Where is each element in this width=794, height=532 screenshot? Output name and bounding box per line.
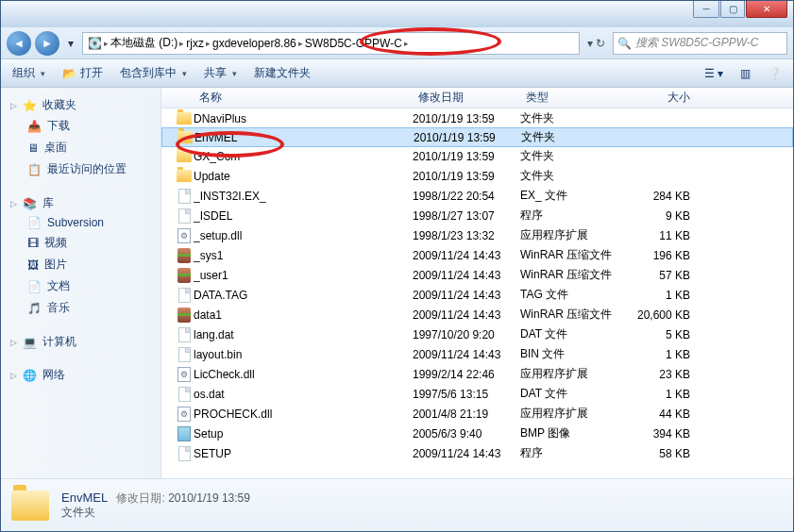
folder-icon xyxy=(175,112,194,125)
sidebar-item-videos[interactable]: 🎞视频 xyxy=(1,232,160,254)
libraries-header[interactable]: ▷📚库 xyxy=(1,193,160,213)
sidebar-item-pictures[interactable]: 🖼图片 xyxy=(1,254,160,275)
address-bar[interactable]: 💽 ▸ 本地磁盘 (D:)▸ rjxz▸ gxdeveloper8.86▸ SW… xyxy=(82,32,580,55)
breadcrumb-seg2[interactable]: gxdeveloper8.86 xyxy=(212,37,296,50)
file-list-pane: 名称 修改日期 类型 大小 DNaviPlus 2010/1/19 13:59 … xyxy=(161,88,793,478)
file-row[interactable]: GX_Com 2010/1/19 13:59 文件夹 xyxy=(161,146,793,166)
file-size: 9 KB xyxy=(634,209,709,223)
view-button[interactable]: ☰ ▾ xyxy=(701,65,727,82)
col-date[interactable]: 修改日期 xyxy=(413,90,520,106)
svn-icon: 📄 xyxy=(27,216,42,229)
help-button[interactable]: ❔ xyxy=(764,65,786,82)
back-button[interactable]: ◄ xyxy=(7,31,31,56)
sidebar-item-downloads[interactable]: 📥下载 xyxy=(1,115,160,137)
dll-icon xyxy=(175,228,194,243)
new-folder-button[interactable]: 新建文件夹 xyxy=(250,63,314,83)
file-name: SETUP xyxy=(194,447,413,460)
file-row[interactable]: layout.bin 2009/11/24 14:43 BIN 文件 1 KB xyxy=(161,344,793,364)
share-button[interactable]: 共享 xyxy=(200,63,241,83)
sidebar-item-subversion[interactable]: 📄Subversion xyxy=(1,213,160,232)
file-type: 应用程序扩展 xyxy=(520,366,634,382)
details-name: EnvMEL xyxy=(61,490,108,505)
dll-icon xyxy=(175,367,194,382)
file-name: Setup xyxy=(194,427,413,441)
file-date: 2010/1/19 13:59 xyxy=(413,170,520,183)
file-row[interactable]: DNaviPlus 2010/1/19 13:59 文件夹 xyxy=(161,108,793,128)
file-row[interactable]: _user1 2009/11/24 14:43 WinRAR 压缩文件 57 K… xyxy=(161,265,793,285)
file-row[interactable]: _ISDEL 1998/1/27 13:07 程序 9 KB xyxy=(161,206,793,225)
file-row[interactable]: _sys1 2009/11/24 14:43 WinRAR 压缩文件 196 K… xyxy=(161,245,793,265)
preview-pane-button[interactable]: ▥ xyxy=(736,65,754,82)
search-icon: 🔍 xyxy=(617,37,632,50)
file-row[interactable]: PROCHECK.dll 2001/4/8 21:19 应用程序扩展 44 KB xyxy=(161,404,793,424)
file-size: 394 KB xyxy=(634,427,709,441)
file-type: 应用程序扩展 xyxy=(520,406,634,422)
sidebar-item-documents[interactable]: 📄文档 xyxy=(1,275,160,297)
favorites-header[interactable]: ▷⭐收藏夹 xyxy=(1,95,160,115)
file-name: layout.bin xyxy=(194,348,413,361)
sidebar-item-desktop[interactable]: 🖥桌面 xyxy=(1,137,160,158)
file-name: Update xyxy=(194,170,413,183)
details-date: 2010/1/19 13:59 xyxy=(168,491,250,505)
computer-header[interactable]: ▷💻计算机 xyxy=(1,332,160,352)
titlebar[interactable]: ─ ▢ ✕ xyxy=(1,1,793,27)
close-button[interactable]: ✕ xyxy=(746,1,787,18)
open-folder-icon: 📂 xyxy=(62,67,76,80)
bmp-icon xyxy=(175,426,194,441)
file-date: 2010/1/19 13:59 xyxy=(413,112,520,125)
maximize-button[interactable]: ▢ xyxy=(720,1,745,18)
library-icon: 📚 xyxy=(23,197,37,210)
folder-icon xyxy=(176,131,194,143)
minimize-button[interactable]: ─ xyxy=(693,1,719,18)
file-row[interactable]: LicCheck.dll 1999/2/14 22:46 应用程序扩展 23 K… xyxy=(161,364,793,384)
col-type[interactable]: 类型 xyxy=(520,90,634,106)
file-icon xyxy=(175,446,194,461)
history-dropdown[interactable]: ▾ xyxy=(63,31,78,56)
include-library-button[interactable]: 包含到库中 xyxy=(116,63,191,83)
explorer-window: ─ ▢ ✕ ◄ ► ▾ 💽 ▸ 本地磁盘 (D:)▸ rjxz▸ gxdevel… xyxy=(0,0,794,532)
file-row[interactable]: lang.dat 1997/10/20 9:20 DAT 文件 5 KB xyxy=(161,324,793,344)
computer-icon: 💻 xyxy=(23,336,37,349)
file-row[interactable]: os.dat 1997/5/6 13:15 DAT 文件 1 KB xyxy=(161,384,793,404)
file-row[interactable]: _setup.dll 1998/1/23 13:32 应用程序扩展 11 KB xyxy=(161,225,793,245)
refresh-button[interactable]: ▾ ↻ xyxy=(583,37,609,50)
breadcrumb-seg3[interactable]: SW8D5C-GPPW-C xyxy=(305,37,402,50)
organize-button[interactable]: 组织 xyxy=(8,63,49,83)
file-list[interactable]: DNaviPlus 2010/1/19 13:59 文件夹 EnvMEL 201… xyxy=(161,108,793,478)
file-name: _INST32I.EX_ xyxy=(194,190,413,203)
file-name: PROCHECK.dll xyxy=(194,407,413,421)
file-row[interactable]: EnvMEL 2010/1/19 13:59 文件夹 xyxy=(161,127,793,147)
breadcrumb-disk[interactable]: 本地磁盘 (D:) xyxy=(110,35,177,51)
file-name: DATA.TAG xyxy=(194,289,413,302)
open-button[interactable]: 📂打开 xyxy=(59,63,107,83)
file-size: 1 KB xyxy=(634,388,709,401)
file-date: 2009/11/24 14:43 xyxy=(413,249,520,262)
file-name: _setup.dll xyxy=(194,229,413,242)
file-row[interactable]: data1 2009/11/24 14:43 WinRAR 压缩文件 20,60… xyxy=(161,305,793,324)
file-name: LicCheck.dll xyxy=(194,368,413,381)
file-type: DAT 文件 xyxy=(520,326,634,342)
file-name: data1 xyxy=(194,308,413,322)
sidebar-item-recent[interactable]: 📋最近访问的位置 xyxy=(1,158,160,180)
file-name: GX_Com xyxy=(194,150,413,163)
file-row[interactable]: Update 2010/1/19 13:59 文件夹 xyxy=(161,166,793,186)
file-row[interactable]: DATA.TAG 2009/11/24 14:43 TAG 文件 1 KB xyxy=(161,285,793,305)
forward-button[interactable]: ► xyxy=(35,31,59,56)
sidebar-item-music[interactable]: 🎵音乐 xyxy=(1,297,160,319)
file-row[interactable]: SETUP 2009/11/24 14:43 程序 58 KB xyxy=(161,443,793,463)
file-size: 11 KB xyxy=(634,229,709,242)
network-header[interactable]: ▷🌐网络 xyxy=(1,365,160,385)
drive-icon: 💽 xyxy=(87,36,102,51)
breadcrumb-seg1[interactable]: rjxz xyxy=(186,37,204,50)
col-size[interactable]: 大小 xyxy=(634,90,709,106)
file-date: 2009/11/24 14:43 xyxy=(413,269,520,282)
video-icon: 🎞 xyxy=(27,237,39,250)
search-box[interactable]: 🔍 搜索 SW8D5C-GPPW-C xyxy=(613,32,787,55)
file-date: 2001/4/8 21:19 xyxy=(413,407,520,421)
file-size: 23 KB xyxy=(634,368,709,381)
column-headers[interactable]: 名称 修改日期 类型 大小 xyxy=(161,88,793,108)
file-row[interactable]: _INST32I.EX_ 1998/1/22 20:54 EX_ 文件 284 … xyxy=(161,186,793,206)
col-name[interactable]: 名称 xyxy=(194,90,413,106)
file-row[interactable]: Setup 2005/6/3 9:40 BMP 图像 394 KB xyxy=(161,424,793,443)
file-type: BIN 文件 xyxy=(520,346,634,362)
